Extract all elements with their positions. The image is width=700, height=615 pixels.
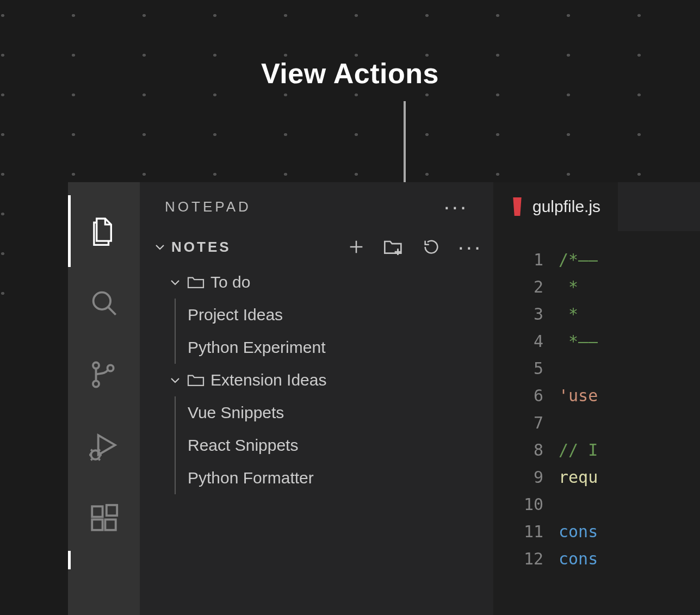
tree-folder[interactable]: To do <box>140 266 493 299</box>
tab-bar: gulpfile.js <box>493 182 700 231</box>
sidebar-title: NOTEPAD <box>165 198 251 215</box>
new-folder-button[interactable] <box>383 238 405 256</box>
ide-window: NOTEPAD ··· NOTES <box>68 182 700 615</box>
chevron-down-icon <box>166 374 184 387</box>
tree-item[interactable]: Vue Snippets <box>188 396 493 429</box>
folder-icon <box>187 275 205 290</box>
svg-point-0 <box>94 293 110 309</box>
tree: To do Project Ideas Python Experiment Ex… <box>140 263 493 505</box>
view-actions: ··· <box>347 238 482 256</box>
editor-tab[interactable]: gulpfile.js <box>493 182 618 231</box>
tree-item[interactable]: React Snippets <box>188 429 493 462</box>
annotation-title: View Actions <box>261 57 439 90</box>
section-header[interactable]: NOTES ··· <box>140 231 493 263</box>
section-title: NOTES <box>171 239 231 256</box>
folder-icon <box>187 372 205 388</box>
code-area[interactable]: /*–– * * *–– 'use // Irequ conscons <box>559 246 598 615</box>
activity-explorer[interactable] <box>68 195 140 267</box>
gulp-icon <box>511 197 524 216</box>
activity-bar <box>68 182 140 615</box>
refresh-button[interactable] <box>422 238 441 256</box>
sidebar-header: NOTEPAD ··· <box>140 182 493 231</box>
svg-rect-5 <box>92 506 102 517</box>
folder-label: To do <box>210 273 250 291</box>
svg-rect-7 <box>105 519 115 530</box>
debug-icon <box>87 430 121 463</box>
tree-item[interactable]: Python Experiment <box>188 331 493 364</box>
activity-indicator <box>68 551 71 569</box>
folder-label: Extension Ideas <box>210 371 326 389</box>
tree-item[interactable]: Project Ideas <box>188 299 493 331</box>
add-note-button[interactable] <box>347 238 366 256</box>
activity-extensions[interactable] <box>68 482 140 554</box>
chevron-down-icon <box>166 276 184 289</box>
tab-title: gulpfile.js <box>532 197 600 216</box>
svg-point-2 <box>93 381 99 387</box>
extensions-icon <box>88 502 120 534</box>
search-icon <box>88 287 120 319</box>
activity-run-debug[interactable] <box>68 411 140 482</box>
svg-point-3 <box>108 365 114 371</box>
activity-source-control[interactable] <box>68 339 140 411</box>
tree-item[interactable]: Python Formatter <box>188 462 493 494</box>
line-gutter: 123456789101112 <box>493 246 559 615</box>
tree-children: Vue Snippets React Snippets Python Forma… <box>175 396 493 494</box>
chevron-down-icon <box>152 240 168 253</box>
files-icon <box>88 215 120 247</box>
svg-point-1 <box>93 363 99 369</box>
editor-body[interactable]: 123456789101112 /*–– * * *–– 'use // Ire… <box>493 231 700 615</box>
svg-rect-6 <box>92 519 102 530</box>
editor: gulpfile.js 123456789101112 /*–– * * *––… <box>493 182 700 615</box>
sidebar: NOTEPAD ··· NOTES <box>140 182 493 615</box>
source-control-icon <box>88 359 120 390</box>
tree-children: Project Ideas Python Experiment <box>175 299 493 364</box>
svg-rect-8 <box>107 505 117 515</box>
tree-folder[interactable]: Extension Ideas <box>140 364 493 396</box>
activity-search[interactable] <box>68 267 140 339</box>
